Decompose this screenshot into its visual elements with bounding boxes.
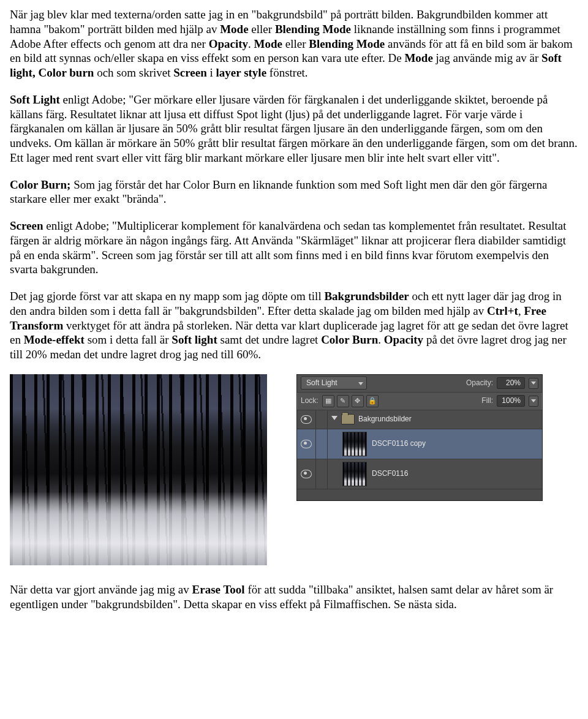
paragraph-3: Color Burn; Som jag förstår det har Colo… <box>10 178 578 207</box>
text: , <box>518 304 524 317</box>
fill-value[interactable]: 100% <box>497 395 525 407</box>
bold: Mode <box>254 37 282 50</box>
bold: Mode <box>220 23 248 36</box>
opacity-dropdown-icon[interactable] <box>529 378 538 389</box>
bold: Mode-effekt <box>24 333 85 346</box>
lock-icons-group: ▦ ✎ ✥ 🔒 <box>322 395 379 407</box>
layer-name: DSCF0116 <box>372 469 408 478</box>
blend-mode-dropdown[interactable]: Soft Light <box>301 377 367 390</box>
bold: Bakgrundsbilder <box>324 290 409 303</box>
lock-pixels-icon[interactable]: ✎ <box>337 395 349 407</box>
lock-label: Lock: <box>301 396 318 405</box>
text: enligt Adobe; "Multiplicerar komplement … <box>10 219 567 276</box>
text: som i detta fall är <box>85 333 172 346</box>
paragraph-4: Screen enligt Adobe; "Multiplicerar komp… <box>10 219 578 277</box>
text: . <box>378 333 384 346</box>
opacity-label: Opacity: <box>466 378 493 388</box>
bold: Erase Tool <box>192 583 245 596</box>
text: eller <box>249 23 275 36</box>
forest-photo <box>10 374 267 565</box>
opacity-value[interactable]: 20% <box>497 377 525 389</box>
layers-list: Bakgrundsbilder DSCF0116 copy DSCF0116 <box>297 410 542 500</box>
bold: Opacity <box>384 333 423 346</box>
bold: layer style <box>216 66 267 79</box>
image-row: Soft Light Opacity: 20% Lock: ▦ ✎ ✥ 🔒 Fi… <box>10 374 578 565</box>
visibility-eye-icon[interactable] <box>301 440 312 448</box>
bold: Screen <box>10 219 43 232</box>
bold: Blending Mode <box>309 37 385 50</box>
lock-transparency-icon[interactable]: ▦ <box>322 395 334 407</box>
bold: Opacity <box>209 37 248 50</box>
text: eller <box>282 37 309 50</box>
blend-mode-value: Soft Light <box>306 378 337 387</box>
photoshop-layers-panel: Soft Light Opacity: 20% Lock: ▦ ✎ ✥ 🔒 Fi… <box>296 374 543 501</box>
bold: Mode <box>404 51 432 64</box>
folder-toggle-icon[interactable] <box>331 416 339 423</box>
bold: Soft light <box>172 333 217 346</box>
lock-all-icon[interactable]: 🔒 <box>366 395 379 407</box>
text: Som jag förstår det har Color Burn en li… <box>10 178 547 206</box>
lock-fill-row: Lock: ▦ ✎ ✥ 🔒 Fill: 100% <box>297 393 542 410</box>
paragraph-6: När detta var gjort använde jag mig av E… <box>10 582 578 612</box>
text: i <box>207 66 216 79</box>
bold: Blending Mode <box>275 23 351 36</box>
layer-folder-row[interactable]: Bakgrundsbilder <box>297 410 542 429</box>
paragraph-2: Soft Light enligt Adobe; "Ger mörkare el… <box>10 92 578 165</box>
visibility-eye-icon[interactable] <box>301 470 312 478</box>
bold: Color Burn <box>321 333 378 346</box>
layer-thumbnail[interactable] <box>342 462 367 486</box>
bold: Ctrl+t <box>487 304 518 317</box>
text: jag använde mig av är <box>433 51 541 64</box>
layer-row[interactable]: DSCF0116 <box>297 459 542 489</box>
text: samt det undre lagret <box>217 333 321 346</box>
layer-thumbnail[interactable] <box>342 432 367 456</box>
layers-empty-area <box>297 489 542 500</box>
fill-label: Fill: <box>481 396 493 405</box>
bold: Soft Light <box>10 93 60 106</box>
text: Det jag gjorde först var att skapa en ny… <box>10 290 324 303</box>
text: fönstret. <box>266 66 308 79</box>
text: enligt Adobe; "Ger mörkare eller ljusare… <box>10 93 578 164</box>
folder-icon <box>341 414 355 424</box>
layer-name: DSCF0116 copy <box>372 439 426 448</box>
fill-dropdown-icon[interactable] <box>529 396 538 407</box>
text: . <box>248 37 254 50</box>
blend-opacity-row: Soft Light Opacity: 20% <box>297 375 542 393</box>
bold: Screen <box>173 66 207 79</box>
layer-row-selected[interactable]: DSCF0116 copy <box>297 429 542 459</box>
folder-name: Bakgrundsbilder <box>358 415 412 424</box>
lock-position-icon[interactable]: ✥ <box>352 395 364 407</box>
paragraph-5: Det jag gjorde först var att skapa en ny… <box>10 289 578 362</box>
text: När detta var gjort använde jag mig av <box>10 583 192 596</box>
text: och som skrivet <box>94 66 173 79</box>
bold: Color Burn; <box>10 178 70 191</box>
visibility-eye-icon[interactable] <box>301 415 312 424</box>
paragraph-1: När jag blev klar med texterna/orden sat… <box>10 7 578 80</box>
